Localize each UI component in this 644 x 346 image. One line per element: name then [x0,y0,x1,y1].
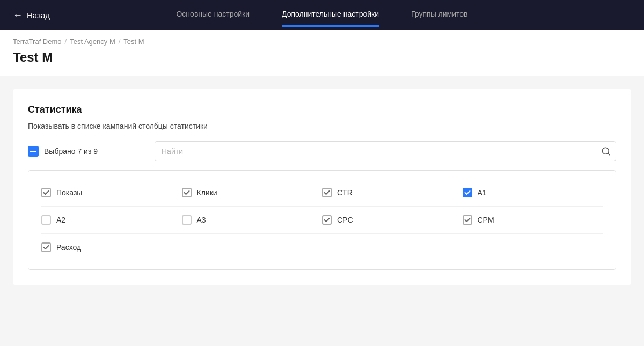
empty-cell-2 [322,234,463,261]
checkbox-label-cpc: CPC [337,216,353,224]
checkbox-cpc [322,215,332,225]
checkbox-item-a1[interactable]: А1 [463,179,603,207]
checkmark-icon [43,244,49,251]
checkbox-item-a3[interactable]: А3 [182,207,323,234]
back-arrow-icon: ← [13,10,23,20]
tab-basic[interactable]: Основные настройки [176,10,250,20]
nav-tabs: Основные настройки Дополнительные настро… [176,10,467,20]
checkbox-label-cpm: CPM [478,216,494,224]
checkbox-item-cpc[interactable]: CPC [322,207,463,234]
empty-cell-3 [463,234,603,261]
checkmark-icon [464,189,471,196]
checkmark-icon [184,189,190,196]
checkmark-icon [464,217,471,223]
checkmark-icon [324,217,330,223]
checkmark-icon [43,189,49,196]
breadcrumb-current: Test M [123,38,144,46]
checkbox-item-expense[interactable]: Расход [41,234,182,261]
breadcrumb-sep-2: / [119,38,121,46]
checkbox-item-cpm[interactable]: CPM [463,207,603,234]
search-input[interactable] [155,141,616,161]
checkbox-a1 [463,188,472,197]
section-title: Статистика [28,104,616,115]
statistics-card: Статистика Показывать в списке кампаний … [13,89,631,285]
back-label: Назад [27,11,50,20]
search-button[interactable] [601,146,611,156]
page-header: TerraTraf Demo / Test Agency M / Test M … [0,30,644,76]
checkbox-item-clicks[interactable]: Клики [182,179,323,207]
top-navigation: ← Назад Основные настройки Дополнительны… [0,0,644,30]
breadcrumb-root[interactable]: TerraTraf Demo [13,38,62,46]
checkbox-cpm [463,215,472,225]
checkbox-ctr [322,188,332,197]
controls-row: Выбрано 7 из 9 [28,141,616,161]
select-all-box: Выбрано 7 из 9 [28,146,146,157]
tab-limits[interactable]: Группы лимитов [411,10,467,20]
checkbox-label-expense: Расход [56,243,81,252]
checkbox-label-a2: А2 [56,216,65,224]
breadcrumb-sep-1: / [65,38,67,46]
checkbox-clicks [182,188,192,197]
checkbox-label-shows: Показы [56,188,82,197]
checkbox-label-ctr: CTR [337,188,353,197]
checkbox-item-ctr[interactable]: CTR [322,179,463,207]
checkbox-a3 [182,215,192,225]
search-icon [601,146,611,156]
breadcrumb: TerraTraf Demo / Test Agency M / Test M [13,38,631,46]
tab-advanced[interactable]: Дополнительные настройки [282,10,379,20]
page-title: Test M [13,50,631,65]
breadcrumb-agency[interactable]: Test Agency M [70,38,115,46]
section-description: Показывать в списке кампаний столбцы ста… [28,122,616,130]
checkbox-label-a1: А1 [478,188,487,197]
search-box [155,141,616,161]
checkbox-label-a3: А3 [197,216,206,224]
main-content: Статистика Показывать в списке кампаний … [0,76,644,298]
checkbox-grid: Показы Клики CTR [41,179,603,261]
checkmark-icon [324,189,330,196]
empty-cell-1 [182,234,323,261]
checkbox-item-a2[interactable]: А2 [41,207,182,234]
select-all-checkbox[interactable] [28,146,39,157]
checkbox-label-clicks: Клики [197,188,217,197]
checkboxes-container: Показы Клики CTR [28,170,616,270]
checkbox-shows [41,188,51,197]
selected-count-label: Выбрано 7 из 9 [44,147,98,156]
checkbox-a2 [41,215,51,225]
checkbox-expense [41,242,51,252]
svg-line-1 [608,153,609,154]
back-button[interactable]: ← Назад [13,10,50,20]
checkbox-item-shows[interactable]: Показы [41,179,182,207]
